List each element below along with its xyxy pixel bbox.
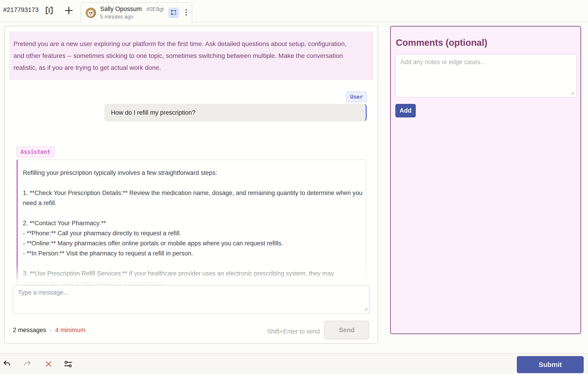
conversation-tab[interactable]: Sally Opossum #0E8gt 5 minutes ago [81, 2, 192, 23]
discard-button[interactable] [42, 358, 55, 371]
assistant-role-badge: Assistant [16, 147, 54, 158]
user-role-badge: User [346, 92, 367, 102]
undo-button[interactable] [0, 358, 13, 371]
undo-icon [2, 360, 11, 369]
avatar [85, 8, 96, 18]
task-instruction: Pretend you are a new user exploring our… [9, 31, 373, 80]
send-hint: Shift+Enter to send [267, 328, 320, 335]
message-input[interactable] [13, 285, 369, 314]
comments-panel: Comments (optional) Add [390, 26, 581, 334]
message-fade-overlay [5, 264, 377, 285]
message-count: 2 messages [13, 327, 46, 333]
tab-menu-button[interactable] [182, 8, 191, 18]
tab-timestamp: 5 minutes ago [100, 14, 164, 20]
send-button[interactable]: Send [324, 321, 369, 340]
message-list: Pretend you are a new user exploring our… [5, 26, 378, 285]
user-message: How do I refill my prescription? [105, 104, 367, 121]
split-view-button[interactable] [44, 5, 54, 16]
flow-view-button[interactable] [168, 8, 179, 18]
split-view-icon [45, 6, 54, 16]
status-separator: · [50, 327, 52, 333]
add-comment-button[interactable]: Add [395, 104, 416, 118]
kebab-icon [182, 8, 190, 18]
flow-nodes-icon [170, 9, 178, 17]
new-tab-button[interactable] [63, 5, 74, 16]
settings-button[interactable] [62, 358, 74, 371]
close-icon [45, 360, 52, 369]
submit-button[interactable]: Submit [517, 356, 584, 373]
redo-button[interactable] [21, 358, 34, 371]
comments-title: Comments (optional) [396, 38, 487, 48]
chat-panel: Pretend you are a new user exploring our… [4, 26, 378, 344]
top-bar: #217793173 Sally Opossum #0E8gt 5 minute… [0, 0, 588, 22]
plus-icon [64, 6, 74, 16]
comments-input[interactable] [395, 54, 577, 97]
message-count-status: 2 messages · 4 minimum [13, 327, 85, 334]
sliders-icon [63, 359, 73, 369]
task-id: #217793173 [3, 6, 39, 13]
bottom-toolbar: Submit [0, 353, 588, 374]
redo-icon [23, 360, 32, 369]
user-message-text: How do I refill my prescription? [111, 109, 195, 116]
tab-user-name: Sally Opossum [100, 5, 142, 13]
minimum-required: 4 minimum [55, 327, 85, 333]
tab-session-id: #0E8gt [147, 6, 164, 12]
